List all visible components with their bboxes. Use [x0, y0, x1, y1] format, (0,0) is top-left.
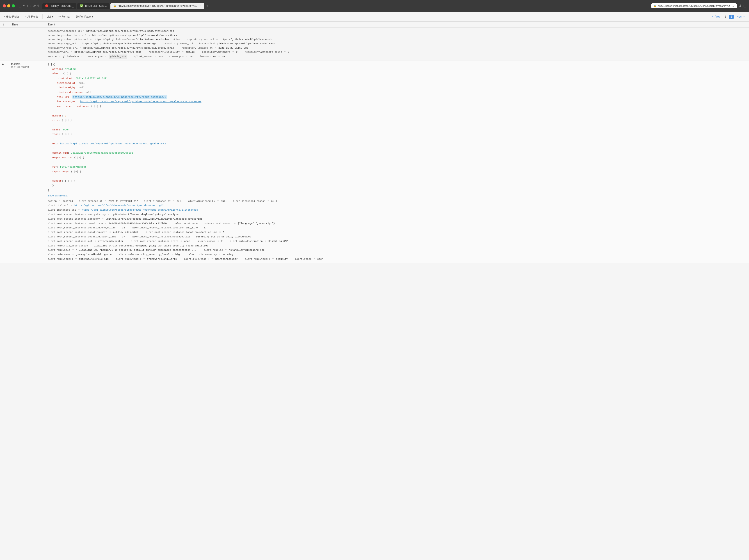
instances-url-link[interactable]: https://api.github.com/repos/elfnp3/dvws…	[80, 100, 201, 103]
results-table: ℹ Time Event repository.statuses_url= ht…	[0, 22, 749, 263]
tab-splunk[interactable]: 🔒 hhc21.bossworkshops.io/en-US/app/SA-hh…	[110, 3, 205, 9]
new-tab-button[interactable]: +	[206, 4, 209, 8]
html-url-link[interactable]: https://github.com/elfnp3/dvws-node/secu…	[72, 95, 167, 99]
json-open-brace: { [-]	[48, 62, 746, 67]
json-sender: sender: { [+] }	[48, 179, 746, 184]
flat-field-10: alert.most_recent_instance.ref = refs/he…	[48, 239, 746, 244]
info-icon: ℹ	[3, 23, 4, 26]
json-rule: rule: { [+] }	[48, 118, 746, 123]
table-header: ℹ Time Event	[0, 22, 749, 28]
all-fields-button[interactable]: ≡ All Fields	[23, 15, 40, 19]
expand-sender-icon[interactable]: [+]	[68, 179, 72, 183]
json-repo-close: }	[48, 174, 746, 179]
hide-fields-button[interactable]: ‹ Hide Fields	[3, 14, 21, 19]
per-page-button[interactable]: 20 Per Page ▾	[74, 15, 94, 19]
field-line-1: repository.statuses_url= https://api.git…	[48, 29, 746, 33]
json-tool-close: }	[48, 137, 746, 142]
row-1-expand[interactable]	[0, 28, 9, 61]
json-outer-close: }	[48, 188, 746, 193]
tab-todo[interactable]: ✅ To-Do List | Splu...	[77, 3, 109, 9]
col-header-event: Event	[48, 23, 746, 26]
row-2-date: 11/23/21	[11, 63, 21, 65]
new-tab-icon[interactable]: ⊞	[743, 4, 746, 8]
json-url: url: https://api.github.com/repos/elfnp3…	[48, 142, 746, 146]
field-line-7: source = githubwebhook sourcetype = gith…	[48, 54, 746, 59]
expand-repo-icon[interactable]: [+]	[74, 170, 78, 174]
tab-label-1: Holiday Hack Cha _	[50, 4, 74, 7]
row-2-expand[interactable]: ▶	[0, 61, 9, 263]
tab-favicon-2: ✅	[80, 4, 83, 7]
forward-button[interactable]: ›	[29, 4, 31, 8]
flat-field-3: alert.instances_url = https://api.github…	[48, 208, 746, 212]
browser-chrome: ⊞ ▾ ‹ › ⟳ ℹ 🔴 Holiday Hack Cha _ ✅ To-Do…	[0, 0, 749, 12]
app-container: ‹ Hide Fields ≡ All Fields List ▾ ✏ Form…	[0, 12, 749, 560]
page-1-button[interactable]: 1	[723, 15, 728, 19]
flat-field-8: alert.most_recent_instance.location.path…	[48, 230, 746, 235]
json-commit-oid: commit_oid: 7e1d29a678de0649bb6aaa3645c0…	[48, 151, 746, 155]
hide-fields-icon: ‹	[4, 15, 5, 18]
field-line-3: repository.subscription_url = https://ap…	[48, 37, 746, 42]
format-label: Format	[62, 15, 70, 18]
tab-holiday-hack[interactable]: 🔴 Holiday Hack Cha _	[42, 3, 77, 9]
download-icon[interactable]: ⬇	[739, 4, 742, 8]
field-line-4: repository.tags_url = https://api.github…	[48, 42, 746, 46]
json-sender-close: }	[48, 184, 746, 188]
format-icon: ✏	[59, 15, 61, 18]
flat-field-1: action = created alert.created_at = 2021…	[48, 199, 746, 203]
json-view: { [-] action: created alert: { [-] creat…	[48, 62, 746, 193]
prev-button[interactable]: < Prev	[710, 15, 722, 19]
expand-arrow-icon[interactable]: ▶	[2, 63, 4, 66]
info-button[interactable]: ℹ	[37, 4, 39, 8]
json-instances-url: instances_url: https://api.github.com/re…	[48, 99, 746, 104]
page-2-button[interactable]: 2	[729, 15, 734, 19]
flat-field-9: alert.most_recent_instance.location.star…	[48, 235, 746, 239]
json-org-close: }	[48, 160, 746, 165]
expand-most-recent-icon[interactable]: [+]	[94, 105, 98, 109]
address-bar[interactable]: 🔒 hhc21.bossworkshops.io/en-US/app/SA-hh…	[651, 3, 737, 8]
maximize-button[interactable]	[12, 4, 15, 7]
expand-tool-icon[interactable]: [+]	[65, 132, 69, 136]
field-line-5: repository.trees_url = https://api.githu…	[48, 46, 746, 50]
list-button[interactable]: List ▾	[45, 15, 55, 19]
json-rule-close: }	[48, 123, 746, 128]
json-ref: ref: refs/heads/master	[48, 165, 746, 169]
flat-field-13: alert.rule.name = js/angular/disabling-s…	[48, 253, 746, 257]
row-1-time	[9, 28, 45, 61]
next-button[interactable]: Next >	[735, 15, 746, 19]
sidebar-toggle[interactable]: ⊞	[19, 4, 21, 8]
expand-rule-icon[interactable]: [+]	[65, 119, 69, 123]
tab-label-2: To-Do List | Splu...	[85, 4, 107, 7]
browser-controls: ⊞ ▾ ‹ › ⟳ ℹ	[19, 4, 39, 8]
list-dropdown-icon: ▾	[52, 15, 53, 18]
raw-fields-1: repository.statuses_url= https://api.git…	[48, 29, 746, 59]
browser-actions: ⬇ ⊞	[739, 4, 746, 8]
field-line-2: repository.subscribers_url = https://api…	[48, 33, 746, 38]
sourcetype-tag: github_json	[109, 55, 127, 59]
list-label: List	[47, 15, 51, 18]
close-button[interactable]	[3, 4, 6, 7]
tab-favicon-3: 🔒	[113, 4, 116, 7]
flat-field-14: alert.rule.tags[] = external/cwe/cwe-116…	[48, 257, 746, 261]
table-row: repository.statuses_url= https://api.git…	[0, 28, 749, 61]
table-row-2: ▶ 11/23/21 10:01:01.000 PM { [-] action:…	[0, 61, 749, 263]
col-header-expand: ℹ	[3, 23, 12, 26]
minimize-button[interactable]	[7, 4, 10, 7]
json-dismissed-by: dismissed_by: null	[48, 85, 746, 90]
all-fields-icon: ≡	[25, 15, 26, 18]
refresh-button[interactable]: ⟳	[33, 4, 36, 8]
json-organization: organization: { [+] }	[48, 155, 746, 160]
expand-org-icon[interactable]: [+]	[77, 156, 81, 160]
row-2-event: { [-] action: created alert: { [-] creat…	[45, 61, 749, 263]
flat-field-2: alert.html_url = https://github.com/elfn…	[48, 203, 746, 208]
pagination: < Prev 1 2 Next >	[710, 15, 746, 19]
back-button[interactable]: ‹	[27, 4, 28, 8]
format-button[interactable]: ✏ Format	[57, 15, 72, 19]
json-tool: tool: { [+] }	[48, 132, 746, 137]
tab-favicon-1: 🔴	[45, 4, 48, 7]
url-link[interactable]: https://api.github.com/repos/elfnp3/dvws…	[60, 142, 166, 145]
address-text: hhc21.bossworkshops.io/en-US/app/SA-hhc/…	[658, 4, 730, 7]
json-created-at: created_at: 2021-11-23T22:01:01Z	[48, 76, 746, 81]
tab-close-3[interactable]: ✕	[200, 5, 201, 7]
flat-field-5: alert.most_recent_instance.category = .g…	[48, 217, 746, 221]
show-raw-text-link[interactable]: Show as raw text	[48, 194, 68, 197]
